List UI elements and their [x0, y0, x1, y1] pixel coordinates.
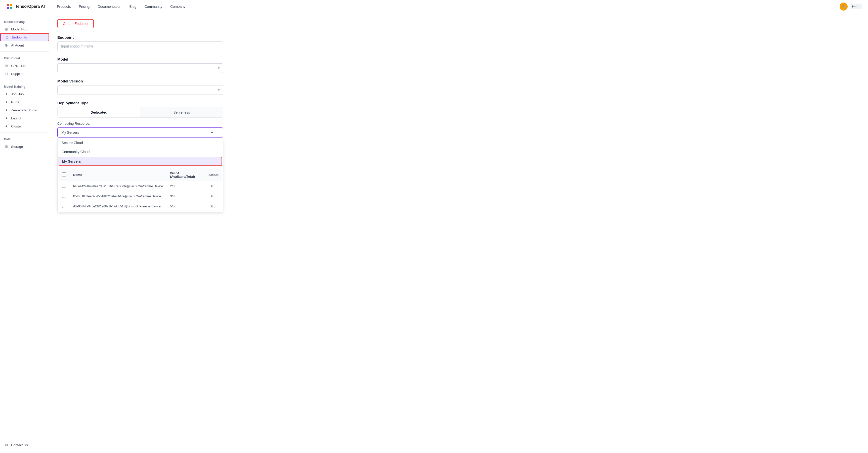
divider-1: [0, 51, 49, 52]
computing-dropdown-wrapper: My Servers ▼ Secure Cloud Community Clou…: [57, 127, 223, 137]
dropdown-option-community-cloud[interactable]: Community Cloud: [58, 147, 223, 156]
tab-serverless[interactable]: Serverless: [140, 107, 223, 118]
sidebar-label-runs: Runs: [11, 100, 19, 104]
sidebar-item-storage[interactable]: ⊞ Storage: [0, 142, 49, 151]
endpoint-section: Endpoint: [57, 35, 283, 51]
user-avatar[interactable]: 🔧: [840, 2, 848, 10]
sidebar-item-contact[interactable]: ✉ Contact Us: [0, 441, 49, 449]
row-name: b46ea4241b498ee738a1326437e8c23e@Linux.O…: [70, 181, 166, 191]
sidebar-item-gpu-hub[interactable]: ⊞ GPU Hub: [0, 62, 49, 70]
brand-name: TensorOpera AI: [15, 4, 45, 9]
row-status: IDLE: [205, 201, 222, 212]
logo: TensorOpera AI: [6, 3, 45, 10]
app-body: Model Serving ⊞ Model Hub ⊡ Endpoints ⊛ …: [0, 13, 868, 453]
row-checkbox[interactable]: [62, 204, 66, 208]
sidebar-label-gpu-hub: GPU Hub: [11, 64, 26, 68]
model-label: Model: [57, 57, 283, 61]
top-nav: TensorOpera AI Products Pricing Document…: [0, 0, 868, 13]
computing-dropdown-menu: Secure Cloud Community Cloud My Servers: [57, 138, 223, 213]
model-hub-icon: ⊞: [4, 27, 8, 31]
sidebar-label-storage: Storage: [11, 145, 23, 149]
row-name: f27bc58f03eecb5d5b4d1b2deb9db1ce@Linux.O…: [70, 191, 166, 201]
model-select[interactable]: [57, 63, 223, 73]
th-status: Status: [205, 168, 222, 181]
table-row: f27bc58f03eecb5d5b4d1b2deb9db1ce@Linux.O…: [59, 191, 222, 201]
table-row: b46ea4241b498ee738a1326437e8c23e@Linux.O…: [59, 181, 222, 191]
sidebar-label-model-hub: Model Hub: [11, 27, 27, 31]
sidebar-item-zero-code[interactable]: ✦ Zero-code Studio: [0, 106, 49, 114]
storage-icon: ⊞: [4, 144, 8, 149]
row-gpu: 5/5: [166, 201, 205, 212]
model-version-select[interactable]: [57, 85, 223, 95]
svg-point-1: [10, 4, 12, 6]
select-all-checkbox[interactable]: [62, 172, 66, 176]
contact-icon: ✉: [4, 443, 8, 447]
row-checkbox-cell: [59, 201, 70, 212]
computing-dropdown-trigger[interactable]: My Servers ▼: [57, 127, 223, 137]
model-section: Model ▼: [57, 57, 283, 73]
row-checkbox[interactable]: [62, 194, 66, 198]
endpoint-label: Endpoint: [57, 35, 283, 39]
row-gpu: 2/8: [166, 181, 205, 191]
section-gpu-cloud: GPU Cloud: [0, 54, 49, 62]
launch-icon: ✦: [4, 116, 8, 120]
zero-code-icon: ✦: [4, 108, 8, 112]
server-table-container: Name #GPU (Available/Total) Status b46ea…: [58, 166, 223, 212]
deployment-type-section: Deployment Type Dedicated Serverless Com…: [57, 101, 283, 137]
th-name: Name: [70, 168, 166, 181]
sidebar-label-contact: Contact Us: [11, 443, 28, 447]
nav-products[interactable]: Products: [57, 4, 71, 8]
divider-bottom: [0, 439, 49, 439]
main-content: Create Endpoint Endpoint Model ▼ Model V…: [49, 13, 868, 453]
sidebar-item-job-hub[interactable]: ✦ Job Hub: [0, 90, 49, 98]
sidebar: Model Serving ⊞ Model Hub ⊡ Endpoints ⊛ …: [0, 13, 49, 453]
section-data: Data: [0, 134, 49, 142]
th-checkbox: [59, 168, 70, 181]
dropdown-option-my-servers[interactable]: My Servers: [59, 157, 222, 166]
endpoints-icon: ⊡: [5, 35, 9, 39]
row-checkbox-cell: [59, 181, 70, 191]
user-name[interactable]: t·······: [850, 3, 862, 9]
tab-dedicated[interactable]: Dedicated: [58, 107, 140, 118]
row-status: IDLE: [205, 181, 222, 191]
computing-dropdown-value: My Servers: [61, 130, 79, 134]
th-gpu: #GPU (Available/Total): [166, 168, 205, 181]
model-version-label: Model Version: [57, 79, 283, 83]
nav-blog[interactable]: Blog: [129, 4, 136, 8]
nav-links: Products Pricing Documentation Blog Comm…: [57, 4, 840, 8]
row-status: IDLE: [205, 191, 222, 201]
nav-pricing[interactable]: Pricing: [79, 4, 90, 8]
sidebar-item-supplier[interactable]: ⊟ Supplier: [0, 70, 49, 78]
section-model-training: Model Training: [0, 82, 49, 90]
create-endpoint-button[interactable]: Create Endpoint: [57, 19, 94, 28]
sidebar-item-cluster[interactable]: ✦ Cluster: [0, 122, 49, 130]
computing-dropdown-chevron: ▼: [210, 130, 214, 134]
sidebar-item-model-hub[interactable]: ⊞ Model Hub: [0, 25, 49, 33]
computing-resource-label: Computing Resource:: [57, 122, 283, 125]
cluster-icon: ✦: [4, 124, 8, 128]
endpoint-input[interactable]: [57, 41, 223, 51]
sidebar-label-ai-agent: AI Agent: [11, 43, 24, 47]
sidebar-item-runs[interactable]: ✦ Runs: [0, 98, 49, 106]
table-row: d0e95f84fa940e210126873b4addb51f@Linux.O…: [59, 201, 222, 212]
gpu-hub-icon: ⊞: [4, 64, 8, 68]
nav-company[interactable]: Company: [170, 4, 185, 8]
sidebar-item-launch[interactable]: ✦ Launch: [0, 114, 49, 122]
row-checkbox[interactable]: [62, 184, 66, 188]
nav-community[interactable]: Community: [145, 4, 162, 8]
deployment-tabs: Dedicated Serverless: [57, 107, 223, 118]
svg-point-0: [7, 4, 9, 6]
sidebar-label-zero-code: Zero-code Studio: [11, 108, 37, 112]
nav-documentation[interactable]: Documentation: [98, 4, 121, 8]
svg-point-2: [7, 7, 9, 9]
table-header-row: Name #GPU (Available/Total) Status: [59, 168, 222, 181]
sidebar-item-ai-agent[interactable]: ⊛ AI Agent: [0, 41, 49, 49]
job-hub-icon: ✦: [4, 92, 8, 96]
row-gpu: 3/8: [166, 191, 205, 201]
sidebar-label-cluster: Cluster: [11, 124, 22, 128]
dropdown-option-secure-cloud[interactable]: Secure Cloud: [58, 138, 223, 147]
runs-icon: ✦: [4, 100, 8, 104]
server-table-body: b46ea4241b498ee738a1326437e8c23e@Linux.O…: [59, 181, 222, 212]
sidebar-item-endpoints[interactable]: ⊡ Endpoints: [0, 33, 49, 41]
user-area: 🔧 t·······: [840, 2, 862, 10]
